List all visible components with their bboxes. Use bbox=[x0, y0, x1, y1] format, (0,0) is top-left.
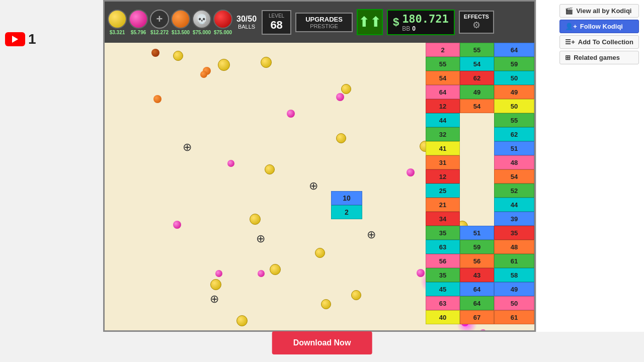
block-right: 54 bbox=[460, 99, 494, 113]
rank-arrows-icon: ⬆⬆ bbox=[358, 15, 381, 29]
right-block: 51 bbox=[494, 141, 534, 155]
ball-slot-6[interactable]: $75.000 bbox=[213, 10, 232, 35]
game-ball bbox=[321, 299, 331, 309]
game-ball-pink bbox=[227, 160, 234, 167]
block-left: 21 bbox=[426, 198, 460, 212]
middle-block-row: 3551 bbox=[426, 226, 494, 240]
youtube-logo: 1 bbox=[5, 31, 36, 47]
level-label: LEVEL bbox=[269, 13, 284, 19]
block-right: 64 bbox=[460, 282, 494, 296]
middle-block-row: 4564 bbox=[426, 282, 494, 296]
right-block: 59 bbox=[494, 57, 534, 71]
game-ball-pink bbox=[215, 270, 222, 277]
block-right: 55 bbox=[460, 43, 494, 57]
balls-count: 30/50 bbox=[236, 15, 257, 24]
game-ball bbox=[153, 95, 162, 103]
right-block: 61 bbox=[494, 310, 534, 324]
game-ball bbox=[351, 290, 361, 300]
download-button[interactable]: Download Now bbox=[272, 331, 372, 354]
ball-slot-3[interactable]: + $12.272 bbox=[150, 10, 169, 35]
block-left: 44 bbox=[426, 113, 460, 127]
right-block: 61 bbox=[494, 254, 534, 268]
ball-price-3: $12.272 bbox=[150, 30, 169, 35]
follow-button[interactable]: 👤+ Follow Kodiqi bbox=[559, 20, 639, 33]
game-ball-pink bbox=[407, 168, 415, 176]
block-left: 64 bbox=[426, 85, 460, 99]
right-block: 44 bbox=[494, 198, 534, 212]
block-right: 59 bbox=[460, 240, 494, 254]
game-ball bbox=[218, 59, 230, 71]
right-block: 48 bbox=[494, 155, 534, 169]
bb-label: BB bbox=[402, 25, 410, 32]
money-display: $ 180.721 BB 0 bbox=[387, 10, 455, 35]
game-ball bbox=[261, 57, 272, 68]
upgrades-button[interactable]: UPGRADES PRESTIGE bbox=[295, 13, 353, 32]
youtube-number: 1 bbox=[28, 31, 36, 47]
game-ball-pink bbox=[287, 110, 295, 118]
block-left: 12 bbox=[426, 99, 460, 113]
ball-slot-1[interactable]: $3.321 bbox=[108, 10, 127, 35]
game-area: $3.321 $5.796 + $12.272 $13.500 💀 $75.00… bbox=[103, 0, 536, 332]
middle-blocks-container: 2555554546264491254443241311225213435516… bbox=[426, 43, 494, 324]
middle-block-row: 6364 bbox=[426, 296, 494, 310]
game-ball-pink bbox=[336, 93, 344, 101]
crosshair-icon: ⊕ bbox=[183, 141, 192, 154]
ball-slot-5[interactable]: 💀 $75.000 bbox=[192, 10, 211, 35]
block-right: 56 bbox=[460, 254, 494, 268]
middle-block-row: 3543 bbox=[426, 268, 494, 282]
youtube-icon bbox=[5, 32, 25, 46]
prestige-label: PRESTIGE bbox=[305, 23, 343, 29]
middle-block-row: 31 bbox=[426, 155, 494, 169]
related-games-button[interactable]: ⊞ Related games bbox=[559, 51, 639, 64]
game-ball bbox=[265, 164, 275, 174]
small-block: 2 bbox=[331, 205, 362, 219]
view-all-button[interactable]: 🎬 View all by Kodiqi bbox=[559, 4, 639, 18]
middle-block-row: 6359 bbox=[426, 240, 494, 254]
middle-block-row: 6449 bbox=[426, 85, 494, 99]
right-block: 48 bbox=[494, 240, 534, 254]
ball-yellow bbox=[108, 10, 127, 29]
block-left: 40 bbox=[426, 310, 460, 324]
block-left: 63 bbox=[426, 240, 460, 254]
game-hud: $3.321 $5.796 + $12.272 $13.500 💀 $75.00… bbox=[105, 2, 534, 43]
video-icon: 🎬 bbox=[565, 7, 573, 15]
ball-slot-4[interactable]: $13.500 bbox=[171, 10, 190, 35]
block-left: 12 bbox=[426, 169, 460, 184]
middle-block-row: 5656 bbox=[426, 254, 494, 268]
game-ball bbox=[200, 71, 207, 78]
game-play-area[interactable]: ⊕ ⊕ ⊕ ⊕ ⊕ ⊕ 10 2 25555545462644912544432… bbox=[105, 43, 534, 330]
block-right: 62 bbox=[460, 71, 494, 85]
effects-button[interactable]: EFFECTS ⚙ bbox=[459, 11, 494, 34]
ball-price-6: $75.000 bbox=[214, 30, 232, 35]
game-ball bbox=[250, 214, 261, 225]
floating-blocks: 10 2 bbox=[331, 191, 362, 219]
right-block: 49 bbox=[494, 85, 534, 99]
block-right: 49 bbox=[460, 85, 494, 99]
ball-pink bbox=[129, 10, 148, 29]
right-block: 50 bbox=[494, 99, 534, 113]
block-left: 45 bbox=[426, 282, 460, 296]
balls-label: BALLS bbox=[238, 24, 255, 30]
game-ball-pink bbox=[417, 269, 425, 277]
block-right: 64 bbox=[460, 296, 494, 310]
bb-value: 0 bbox=[412, 25, 416, 32]
gear-icon: ⚙ bbox=[464, 20, 489, 31]
block-right: 43 bbox=[460, 268, 494, 282]
ball-slot-2[interactable]: $5.796 bbox=[129, 10, 148, 35]
ball-price-4: $13.500 bbox=[172, 30, 190, 35]
add-to-collection-button[interactable]: ☰+ Add To Collection bbox=[559, 35, 639, 49]
ball-price-2: $5.796 bbox=[131, 30, 146, 35]
ball-plus: + bbox=[150, 10, 169, 29]
middle-block-row: 255 bbox=[426, 43, 494, 57]
middle-block-row: 5554 bbox=[426, 57, 494, 71]
dollar-icon: $ bbox=[393, 16, 399, 29]
bb-counter: 30/50 BALLS bbox=[236, 15, 257, 30]
rank-box: ⬆⬆ bbox=[357, 9, 383, 35]
crosshair-icon: ⊕ bbox=[256, 232, 265, 245]
game-ball bbox=[236, 315, 248, 326]
crosshair-icon: ⊕ bbox=[210, 293, 219, 306]
right-block: 52 bbox=[494, 184, 534, 198]
block-left: 32 bbox=[426, 127, 460, 141]
game-ball bbox=[341, 84, 351, 94]
collection-icon: ☰+ bbox=[565, 38, 575, 46]
